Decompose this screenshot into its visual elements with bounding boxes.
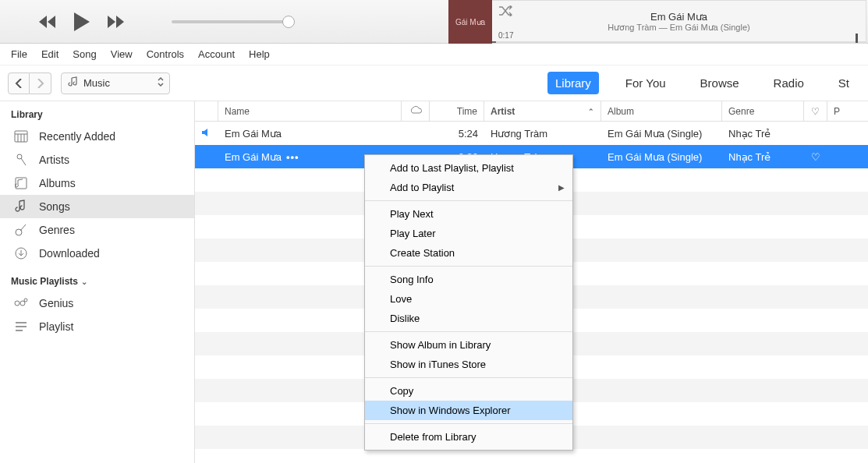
cm-show-album[interactable]: Show Album in Library [365,335,572,355]
svg-line-6 [21,158,26,165]
sort-asc-icon: ⌃ [588,108,594,115]
track-name: Em Gái Mưa [218,128,402,140]
sidebar-item-recently-added[interactable]: Recently Added [0,125,194,148]
more-options-button[interactable]: ••• [286,151,299,163]
genius-icon [14,297,28,309]
svg-point-12 [20,301,25,306]
menu-edit[interactable]: Edit [41,48,58,60]
tab-bar: Music Library For You Browse Radio St [0,65,868,101]
tab-store[interactable]: St [831,72,857,94]
column-artist[interactable]: Artist⌃ [484,101,601,121]
track-time: 5:24 [430,128,484,140]
now-playing-speaker-icon [201,128,212,140]
cm-love[interactable]: Love [365,289,572,309]
track-progress-bar[interactable] [492,41,866,43]
table-row[interactable]: Em Gái Mưa 5:24 Hương Tràm Em Gái Mưa (S… [195,122,868,145]
tab-radio[interactable]: Radio [766,72,812,94]
love-icon[interactable]: ♡ [811,151,820,163]
cm-separator [365,266,572,267]
source-label: Music [83,77,110,89]
playback-controls [39,12,125,31]
menu-bar: File Edit Song View Controls Account Hel… [0,44,868,65]
volume-knob[interactable] [282,16,295,28]
sidebar-item-downloaded[interactable]: Downloaded [0,242,194,265]
main-tabs: Library For You Browse Radio St [547,72,868,94]
submenu-arrow-icon: ▶ [558,183,565,192]
cloud-icon [409,105,423,117]
cm-copy[interactable]: Copy [365,381,572,401]
sidebar: Library Recently Added Artists Albums So… [0,101,195,463]
menu-account[interactable]: Account [198,48,235,60]
column-cloud[interactable] [402,101,430,121]
column-love[interactable]: ♡ [804,101,827,121]
cm-song-info[interactable]: Song Info [365,270,572,289]
sidebar-item-genres[interactable]: Genres [0,218,194,242]
column-popularity[interactable]: P [827,106,859,117]
player-bar: Gái Mưa Em Gái Mưa Hương Tràm — Em Gái M… [0,0,868,44]
svg-point-11 [15,301,19,306]
track-progress-knob[interactable] [856,34,858,43]
tab-browse[interactable]: Browse [693,72,747,94]
sidebar-item-artists[interactable]: Artists [0,148,194,171]
shuffle-icon[interactable] [498,5,512,19]
sidebar-item-label: Playlist [39,320,73,333]
playlist-icon [14,321,28,332]
cm-play-later[interactable]: Play Later [365,224,572,243]
menu-controls[interactable]: Controls [147,48,184,60]
album-art[interactable]: Gái Mưa [448,0,492,44]
album-art-text: Gái Mưa [455,18,485,27]
cm-show-store[interactable]: Show in iTunes Store [365,355,572,374]
sidebar-item-genius[interactable]: Genius [0,292,194,315]
column-playing-indicator[interactable] [195,101,218,121]
menu-view[interactable]: View [111,48,133,60]
track-genre: Nhạc Trẻ [722,128,804,140]
cm-separator [365,200,572,201]
prev-button[interactable] [39,16,56,28]
cm-separator [365,423,572,424]
sidebar-item-label: Genius [39,297,73,309]
cm-add-to-playlist[interactable]: Add to Playlist▶ [365,178,572,197]
tab-library[interactable]: Library [547,72,599,94]
track-artist: Hương Tràm [484,128,601,140]
column-album[interactable]: Album [601,101,722,121]
back-button[interactable] [8,72,30,94]
svg-point-13 [24,299,27,302]
column-name[interactable]: Name [218,101,402,121]
cm-show-explorer[interactable]: Show in Windows Explorer [365,401,572,420]
cm-create-station[interactable]: Create Station [365,243,572,263]
menu-file[interactable]: File [11,48,27,60]
sidebar-item-songs[interactable]: Songs [0,195,194,218]
song-icon [14,200,28,214]
tab-for-you[interactable]: For You [618,72,674,94]
sidebar-item-playlist[interactable]: Playlist [0,315,194,338]
heart-icon: ♡ [811,106,820,117]
sidebar-item-label: Songs [39,200,70,213]
play-button[interactable] [73,12,90,31]
column-time[interactable]: Time [430,101,484,121]
cm-play-next[interactable]: Play Next [365,204,572,224]
column-genre[interactable]: Genre [722,101,804,121]
sidebar-item-label: Recently Added [39,130,115,143]
now-playing-info[interactable]: Em Gái Mưa Hương Tràm — Em Gái Mưa (Sing… [492,0,866,44]
sidebar-item-label: Albums [39,177,76,189]
column-header-row: Name Time Artist⌃ Album Genre ♡ P [195,101,868,122]
source-selector[interactable]: Music [61,72,170,94]
now-playing-title: Em Gái Mưa [650,11,707,23]
sidebar-playlists-header[interactable]: Music Playlists⌄ [0,273,194,292]
track-album: Em Gái Mưa (Single) [601,151,722,163]
forward-button[interactable] [30,72,51,94]
menu-help[interactable]: Help [249,48,270,60]
cm-delete[interactable]: Delete from Library [365,427,572,447]
next-button[interactable] [108,16,125,28]
sidebar-item-label: Genres [39,224,75,236]
music-note-icon [68,76,79,90]
sidebar-item-albums[interactable]: Albums [0,171,194,195]
cm-add-last-playlist[interactable]: Add to Last Playlist, Playlist [365,158,572,178]
volume-slider[interactable] [172,20,289,23]
svg-line-9 [20,224,26,231]
cm-dislike[interactable]: Dislike [365,309,572,328]
context-menu: Add to Last Playlist, Playlist Add to Pl… [364,154,573,451]
chevron-updown-icon [157,76,165,90]
menu-song[interactable]: Song [73,48,96,60]
guitar-icon [14,223,28,237]
